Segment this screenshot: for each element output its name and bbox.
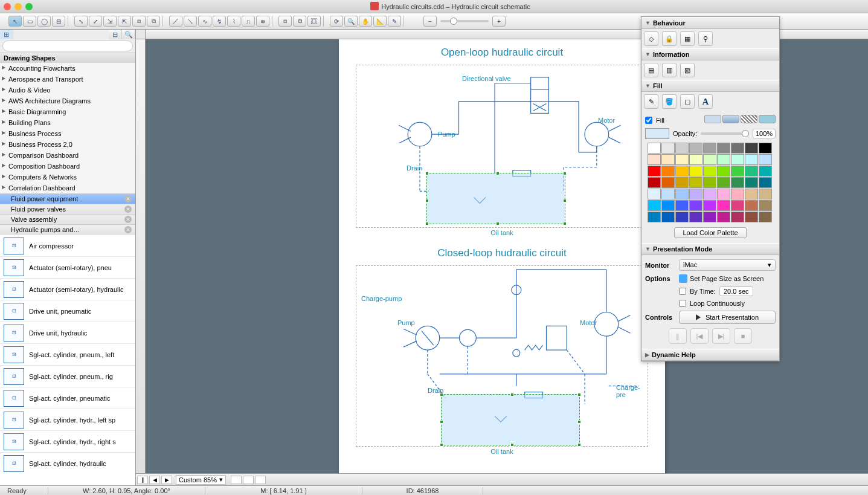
palette-color[interactable] <box>661 189 675 199</box>
section-dynamic-help[interactable]: ▶Dynamic Help <box>641 349 779 361</box>
rect-tool[interactable]: ▭ <box>23 16 36 27</box>
pointer-tool[interactable]: ↖ <box>8 16 22 27</box>
start-presentation-button[interactable]: Start Presentation <box>679 311 776 324</box>
selection-1[interactable] <box>426 173 565 224</box>
window-minimize-button[interactable] <box>14 3 22 10</box>
palette-color[interactable] <box>648 177 661 188</box>
shape-filter[interactable] <box>13 30 109 39</box>
library-item[interactable]: Fluid power equipment× <box>0 193 135 204</box>
tab-2[interactable] <box>243 476 254 484</box>
shape-row[interactable]: ⊡Sgl-act. cylinder, hydr., left sp <box>0 409 135 430</box>
info-btn-2[interactable]: ▥ <box>662 63 677 77</box>
pres-next[interactable]: ▶| <box>712 328 730 344</box>
palette-color[interactable] <box>675 154 689 165</box>
scroll-left[interactable]: ‖ <box>137 476 148 484</box>
close-icon[interactable]: × <box>124 195 132 202</box>
palette-color[interactable] <box>703 212 716 222</box>
opacity-slider[interactable] <box>701 132 749 135</box>
palette-color[interactable] <box>648 143 661 154</box>
section-information[interactable]: ▼Information <box>641 48 779 60</box>
palette-color[interactable] <box>717 154 730 165</box>
shape-row[interactable]: ⊡Sgl-act. cylinder, pneum., rig <box>0 365 135 387</box>
palette-color[interactable] <box>759 143 772 154</box>
section-fill[interactable]: ▼Fill <box>641 80 779 92</box>
palette-color[interactable] <box>689 166 702 176</box>
page-next[interactable]: ▶ <box>161 476 172 484</box>
palette-color[interactable] <box>731 154 744 165</box>
section-presentation[interactable]: ▼Presentation Mode <box>641 243 779 255</box>
connector-tool-3[interactable]: ⇲ <box>103 16 117 27</box>
category-item[interactable]: Composition Dashboard <box>0 161 135 172</box>
zoom-out-button[interactable]: − <box>423 16 437 27</box>
category-item[interactable]: Computers & Networks <box>0 172 135 183</box>
monitor-select[interactable]: iMac▾ <box>679 259 776 271</box>
section-behaviour[interactable]: ▼Behaviour <box>641 17 779 29</box>
palette-color[interactable] <box>689 143 702 154</box>
fill-checkbox[interactable] <box>645 117 652 124</box>
palette-color[interactable] <box>661 166 675 176</box>
palette-color[interactable] <box>703 200 716 211</box>
group-tool-3[interactable]: ⿴ <box>307 16 321 27</box>
shape-row[interactable]: ⊡Drive unit, hydraulic <box>0 322 135 343</box>
palette-color[interactable] <box>759 154 772 165</box>
fill-color-swatch[interactable] <box>645 128 669 139</box>
palette-color[interactable] <box>703 166 716 176</box>
window-close-button[interactable] <box>4 3 11 10</box>
palette-color[interactable] <box>759 166 772 176</box>
tree-view-button[interactable]: ⊞ <box>0 30 13 39</box>
palette-color[interactable] <box>745 189 758 199</box>
palette-color[interactable] <box>675 143 689 154</box>
palette-color[interactable] <box>689 154 702 165</box>
line-tool-6[interactable]: ⎍ <box>242 16 255 27</box>
palette-color[interactable] <box>731 189 744 199</box>
close-icon[interactable]: × <box>124 226 132 233</box>
fill-bucket-icon[interactable]: 🪣 <box>662 94 677 109</box>
shape-row[interactable]: ⊡Sgl-act. cylinder, pneumatic <box>0 387 135 409</box>
palette-color[interactable] <box>717 200 730 211</box>
behaviour-btn-3[interactable]: ▦ <box>680 31 695 46</box>
fill-pen-icon[interactable]: ✎ <box>644 94 658 109</box>
fill-type-gradient[interactable] <box>722 115 739 123</box>
category-item[interactable]: Audio & Video <box>0 85 135 95</box>
time-input[interactable] <box>719 286 753 296</box>
line-tool-3[interactable]: ∿ <box>198 16 211 27</box>
shape-row[interactable]: ⊡Actuator (semi-rotary), hydraulic <box>0 278 135 300</box>
group-tool-1[interactable]: ⧈ <box>278 16 292 27</box>
shape-row[interactable]: ⊡Sgl-act. cylinder, hydraulic <box>0 452 135 474</box>
connector-tool-4[interactable]: ⇱ <box>118 16 131 27</box>
loop-checkbox[interactable] <box>679 300 686 307</box>
zoom-slider[interactable] <box>440 20 489 22</box>
palette-color[interactable] <box>661 177 675 188</box>
palette-color[interactable] <box>731 166 744 176</box>
pres-pause[interactable]: ‖ <box>669 328 687 344</box>
close-icon[interactable]: × <box>124 216 132 223</box>
load-palette-button[interactable]: Load Color Palette <box>674 227 747 238</box>
shape-row[interactable]: ⊡Sgl-act. cylinder, hydr., right s <box>0 430 135 452</box>
category-item[interactable]: Building Plans <box>0 117 135 128</box>
palette-color[interactable] <box>731 143 744 154</box>
zoom-refresh[interactable]: ⟳ <box>330 16 343 27</box>
window-maximize-button[interactable] <box>25 3 33 10</box>
line-tool-2[interactable]: ＼ <box>184 16 197 27</box>
palette-color[interactable] <box>675 200 689 211</box>
shape-row[interactable]: ⊡Actuator (semi-rotary), pneu <box>0 256 135 278</box>
palette-color[interactable] <box>759 177 772 188</box>
zoom-in-button[interactable]: + <box>492 16 506 27</box>
palette-color[interactable] <box>675 212 689 222</box>
library-search-input[interactable] <box>2 40 133 51</box>
library-item[interactable]: Valve assembly× <box>0 214 135 224</box>
library-item[interactable]: Fluid power valves× <box>0 204 135 214</box>
line-tool-4[interactable]: ↯ <box>213 16 226 27</box>
palette-color[interactable] <box>759 200 772 211</box>
palette-color[interactable] <box>661 200 675 211</box>
info-btn-1[interactable]: ▤ <box>644 63 658 77</box>
fill-text-icon[interactable]: A <box>698 94 713 109</box>
tab-1[interactable] <box>231 476 242 484</box>
palette-color[interactable] <box>675 177 689 188</box>
palette-color[interactable] <box>689 189 702 199</box>
category-item[interactable]: Correlation Dashboard <box>0 183 135 193</box>
palette-color[interactable] <box>661 212 675 222</box>
fill-type-solid[interactable] <box>704 115 721 123</box>
category-item[interactable]: AWS Architecture Diagrams <box>0 95 135 106</box>
shape-row[interactable]: ⊡Sgl-act. cylinder, pneum., left <box>0 343 135 365</box>
